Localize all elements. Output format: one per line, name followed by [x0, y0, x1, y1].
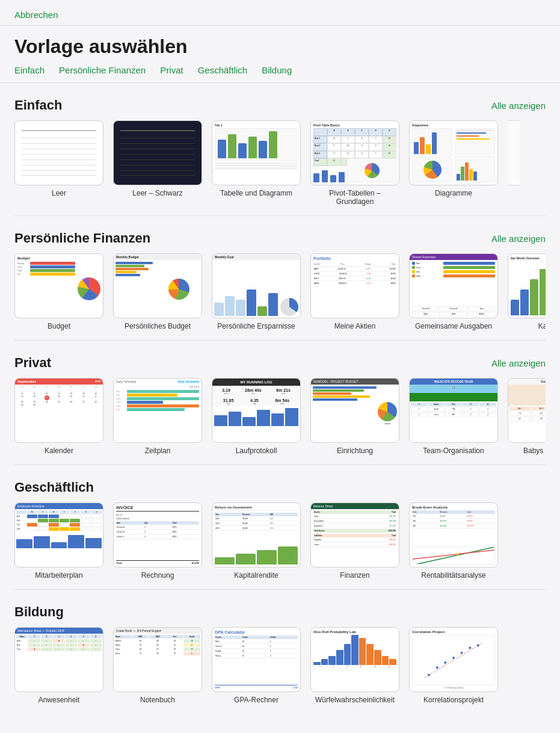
template-korrelation-thumb: Correlation Project — [409, 627, 498, 692]
pf-templates-row: Budget Housing Food — [14, 253, 546, 335]
template-einrichtung[interactable]: REMODEL - PROJECT BUDGET — [310, 378, 399, 455]
template-zeitplan-label: Zeitplan — [145, 447, 171, 455]
template-notenbuch-label: Notenbuch — [140, 696, 175, 704]
template-mitarbeiterplan-thumb: Employee Schedule M T W T F S S — [14, 503, 103, 568]
svg-point-5 — [444, 661, 446, 664]
template-notenbuch[interactable]: Grade Book — 3rd Period English Name HW1… — [113, 627, 202, 704]
show-all-privat[interactable]: Alle anzeigen — [491, 358, 546, 368]
template-aktien-thumb: Portfolio Symbol Price Change Value AAPL… — [310, 253, 399, 318]
template-leer-schwarz[interactable]: Leer – Schwarz — [113, 120, 202, 206]
template-leer-schwarz-label: Leer – Schwarz — [132, 189, 182, 197]
template-ausgaben-label: Gemeinsame Ausgaben — [415, 322, 492, 330]
template-kapitalrendite[interactable]: Return on Investment Year Revenue ROI 20… — [212, 503, 301, 580]
template-aktien[interactable]: Portfolio Symbol Price Change Value AAPL… — [310, 253, 399, 330]
svg-point-7 — [461, 652, 463, 654]
section-einfach: Einfach Alle anzeigen — [14, 97, 546, 211]
template-baby-label: Babys erstes Jahr — [523, 447, 546, 455]
section-persoenliche-finanzen: Persönliche Finanzen Alle anzeigen Budge… — [14, 230, 546, 335]
privat-templates-row: September 2024 Su Mo Tu We Th Fr — [14, 378, 546, 460]
nav-geschaeftlich[interactable]: Geschäftlich — [198, 65, 248, 75]
nav-persoenliche-finanzen[interactable]: Persönliche Finanzen — [59, 65, 146, 75]
template-pers-budget-thumb: Monthly Budget — [113, 253, 202, 318]
template-zeitplan[interactable]: Daily Schedule Daily Schedule Fall 2024 … — [113, 378, 202, 455]
template-tabelle-diagramm[interactable]: Tab 1 — [212, 120, 301, 206]
template-tabelle-diagramm-label: Tabelle und Diagramm — [220, 189, 292, 197]
show-all-pf[interactable]: Alle anzeigen — [491, 234, 546, 244]
template-ausgaben[interactable]: Shared Expenses Rent Food — [409, 253, 498, 330]
section-privat: Privat Alle anzeigen September 2024 Su — [14, 355, 546, 460]
template-ersparnisse[interactable]: Monthly Goal — [212, 253, 301, 330]
nav-privat[interactable]: Privat — [160, 65, 183, 75]
template-einrichtung-thumb: REMODEL - PROJECT BUDGET — [310, 378, 399, 443]
nav-einfach[interactable]: Einfach — [14, 65, 45, 75]
template-anwesenheit-thumb: Attendance Sheet — October 2024 Name 1 2… — [14, 627, 103, 692]
nav-bildung[interactable]: Bildung — [262, 65, 292, 75]
svg-point-8 — [469, 647, 471, 649]
section-pf-title: Persönliche Finanzen — [14, 230, 150, 246]
template-ersparnisse-thumb: Monthly Goal — [212, 253, 301, 318]
svg-line-10 — [425, 643, 482, 677]
template-aktien-label: Meine Aktien — [334, 322, 376, 330]
template-laufprotokoll[interactable]: MY RUNNING LOG 3.19 miles 28m 40s time — [212, 378, 301, 455]
template-ausgaben-thumb: Shared Expenses Rent Food — [409, 253, 498, 318]
template-baby-thumb: Baby's First Year 👶 Mo 1 Mo 2 Mo 3 Mo 4 … — [508, 378, 546, 443]
template-gpa-label: GPA-Rechner — [234, 696, 278, 704]
template-diagramme-label: Diagramme — [435, 189, 472, 197]
template-einfach-partial[interactable] — [508, 120, 520, 206]
template-kalender-label: Kalender — [45, 447, 73, 455]
template-kapitalrendite-label: Kapitalrendite — [234, 571, 278, 580]
top-bar: Abbrechen — [0, 0, 560, 26]
template-zeitplan-thumb: Daily Schedule Daily Schedule Fall 2024 … — [113, 378, 202, 443]
template-rechnung-thumb: INVOICE Bill To: Client Name Item Qty To… — [113, 503, 202, 568]
template-mitarbeiterplan[interactable]: Employee Schedule M T W T F S S — [14, 503, 103, 580]
template-pers-budget-label: Persönliches Budget — [125, 322, 191, 330]
page-title: Vorlage auswählen — [0, 26, 560, 63]
template-notenbuch-thumb: Grade Book — 3rd Period English Name HW1… — [113, 627, 202, 692]
category-nav: Einfach Persönliche Finanzen Privat Gesc… — [0, 63, 560, 83]
template-pers-budget[interactable]: Monthly Budget — [113, 253, 202, 330]
template-einrichtung-label: Einrichtung — [337, 447, 373, 455]
template-gpa-thumb: GPA Calculator Course Grade Credits Math… — [212, 627, 301, 692]
template-kapital-thumb: Net Worth Overview — [508, 253, 546, 318]
template-kalender[interactable]: September 2024 Su Mo Tu We Th Fr — [14, 378, 103, 455]
template-finanzen-thumb: Balance Sheet AssetsTotal Cash$50,000 Re… — [310, 503, 399, 568]
template-gpa[interactable]: GPA Calculator Course Grade Credits Math… — [212, 627, 301, 704]
template-anwesenheit[interactable]: Attendance Sheet — October 2024 Name 1 2… — [14, 627, 103, 704]
svg-point-4 — [436, 666, 438, 669]
svg-point-2 — [457, 553, 459, 555]
template-diagramme-thumb: Diagramme — [409, 120, 498, 185]
template-pivot[interactable]: Pivot Table Basics A B C D E Row 1 12 5 — [310, 120, 399, 206]
template-budget[interactable]: Budget Housing Food — [14, 253, 103, 330]
template-laufprotokoll-thumb: MY RUNNING LOG 3.19 miles 28m 40s time — [212, 378, 301, 443]
template-wuerfel[interactable]: Dice Roll Probability Lab — [310, 627, 399, 704]
template-finanzen[interactable]: Balance Sheet AssetsTotal Cash$50,000 Re… — [310, 503, 399, 580]
template-leer-thumb — [14, 120, 103, 185]
template-mitarbeiterplan-label: Mitarbeiterplan — [35, 571, 82, 580]
show-all-einfach[interactable]: Alle anzeigen — [491, 101, 546, 111]
template-leer-schwarz-thumb — [113, 120, 202, 185]
template-wuerfel-thumb: Dice Roll Probability Lab — [310, 627, 399, 692]
template-laufprotokoll-label: Laufprotokoll — [236, 447, 277, 455]
template-team-thumb: WILDCATS SOCCER TEAM ⚽ # Name Pos G A — [409, 378, 498, 443]
template-kapital[interactable]: Net Worth Overview Kapital... — [508, 253, 546, 330]
template-baby[interactable]: Baby's First Year 👶 Mo 1 Mo 2 Mo 3 Mo 4 … — [508, 378, 546, 455]
template-pivot-thumb: Pivot Table Basics A B C D E Row 1 12 5 — [310, 120, 399, 185]
section-privat-title: Privat — [14, 355, 51, 371]
template-rechnung-label: Rechnung — [141, 571, 174, 580]
template-rechnung[interactable]: INVOICE Bill To: Client Name Item Qty To… — [113, 503, 202, 580]
template-finanzen-label: Finanzen — [340, 571, 369, 580]
einfach-templates-row: Leer — [14, 120, 546, 211]
section-geschaeftlich: Geschäftlich Employee Schedule M T W — [14, 480, 546, 584]
template-budget-label: Budget — [48, 322, 70, 330]
template-rentabilitaet[interactable]: Break-Even Analysis UnitsRevenueCost 100… — [409, 503, 498, 580]
template-kapital-label: Kapital... — [538, 322, 546, 330]
template-team[interactable]: WILDCATS SOCCER TEAM ⚽ # Name Pos G A — [409, 378, 498, 455]
template-korrelation-label: Korrelationsprojekt — [423, 696, 484, 704]
main-content: Einfach Alle anzeigen — [0, 97, 560, 709]
cancel-button[interactable]: Abbrechen — [14, 10, 58, 20]
template-kapitalrendite-thumb: Return on Investment Year Revenue ROI 20… — [212, 503, 301, 568]
template-leer[interactable]: Leer — [14, 120, 103, 206]
template-leer-label: Leer — [52, 189, 66, 197]
template-diagramme[interactable]: Diagramme — [409, 120, 498, 206]
template-korrelation[interactable]: Correlation Project — [409, 627, 498, 704]
